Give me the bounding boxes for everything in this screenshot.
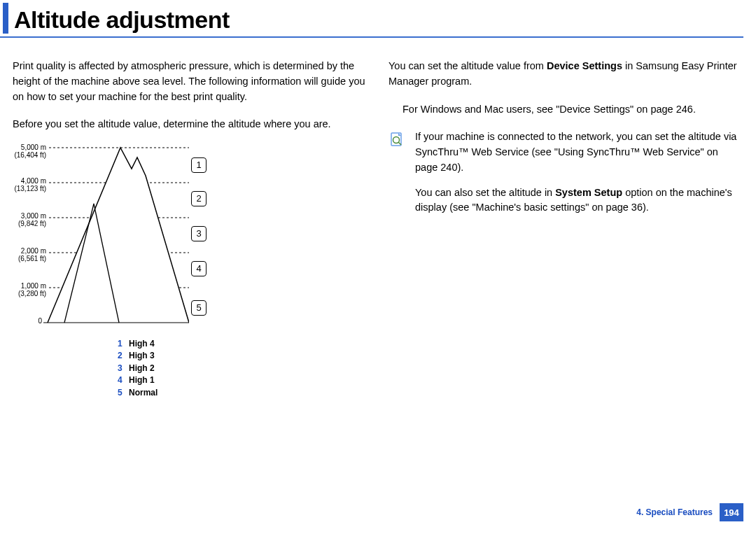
title-bar: Altitude adjustment xyxy=(0,3,743,38)
callout-5: 5 xyxy=(191,300,206,316)
legend-row: 3High 2 xyxy=(118,363,368,374)
note-icon xyxy=(388,131,405,148)
callout-4: 4 xyxy=(191,261,206,276)
left-column: Print quality is affected by atmospheric… xyxy=(13,59,368,399)
legend-row: 2High 3 xyxy=(118,350,368,362)
legend-row: 4High 1 xyxy=(118,374,368,386)
callout-3: 3 xyxy=(191,226,206,241)
title-accent xyxy=(3,3,8,34)
windows-mac-para: For Windows and Mac users, see "Device S… xyxy=(402,102,743,118)
page-number: 194 xyxy=(720,503,743,521)
alt-label-3000: 3,000 m(9,842 ft) xyxy=(8,212,46,227)
right-column: You can set the altitude value from Devi… xyxy=(388,59,743,399)
legend-row: 1High 4 xyxy=(118,338,368,350)
footer: 4. Special Features 194 xyxy=(636,503,743,521)
footer-chapter: 4. Special Features xyxy=(636,507,713,517)
callout-1: 1 xyxy=(191,157,206,173)
legend-row: 5Normal xyxy=(118,387,368,399)
callout-2: 2 xyxy=(191,191,206,206)
content-area: Print quality is affected by atmospheric… xyxy=(0,38,756,399)
alt-label-2000: 2,000 m(6,561 ft) xyxy=(8,247,46,262)
page-title: Altitude adjustment xyxy=(14,6,230,34)
alt-label-0: 0 xyxy=(8,317,42,325)
alt-label-1000: 1,000 m(3,280 ft) xyxy=(8,282,46,297)
note-para-2: You can also set the altitude in System … xyxy=(415,185,743,216)
device-settings-para: You can set the altitude value from Devi… xyxy=(388,59,743,90)
mountain-graphic xyxy=(42,145,189,327)
alt-label-4000: 4,000 m(13,123 ft) xyxy=(8,177,46,192)
note-text: If your machine is connected to the netw… xyxy=(415,129,743,225)
note-para-1: If your machine is connected to the netw… xyxy=(415,129,743,175)
intro-para-2: Before you set the altitude value, deter… xyxy=(13,117,368,132)
alt-label-5000: 5,000 m(16,404 ft) xyxy=(8,143,46,159)
note-block: If your machine is connected to the netw… xyxy=(388,129,743,225)
intro-para-1: Print quality is affected by atmospheric… xyxy=(13,59,368,104)
altitude-diagram: 5,000 m(16,404 ft) 4,000 m(13,123 ft) 3,… xyxy=(13,145,216,334)
legend: 1High 4 2High 3 3High 2 4High 1 5Normal xyxy=(118,338,368,399)
